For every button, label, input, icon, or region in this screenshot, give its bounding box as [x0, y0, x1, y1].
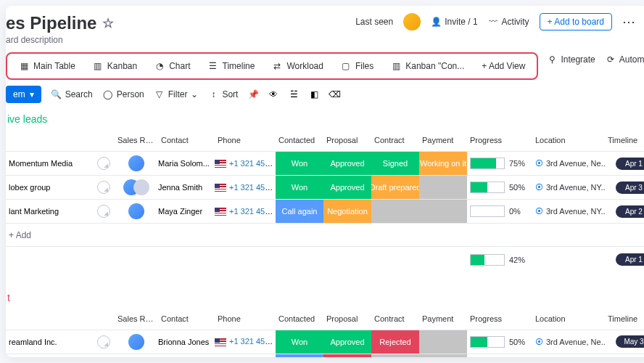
timeline-pill[interactable]: May 3 - 18	[616, 335, 644, 348]
timeline-pill[interactable]: Apr 3 - 17	[616, 182, 644, 194]
column-header[interactable]: Contact	[158, 308, 215, 330]
status-proposal[interactable]: Approved	[323, 152, 371, 175]
avatar[interactable]	[128, 155, 144, 171]
clear-icon[interactable]: ⌫	[329, 89, 339, 99]
color-icon[interactable]: ◧	[309, 89, 319, 99]
location-cell[interactable]: ⦿3rd Avenue, NY...	[532, 183, 605, 192]
table-row[interactable]: lobex group Jenna Smith +1 321 456 ... W…	[6, 176, 644, 200]
item-name[interactable]: reamland Inc.	[9, 338, 57, 346]
phone-cell[interactable]: +1 321 456 ...	[215, 354, 276, 357]
item-name[interactable]: lobex group	[9, 183, 51, 192]
column-header[interactable]: Proposal	[323, 308, 371, 330]
column-header[interactable]: Sales Rep.	[115, 308, 158, 330]
table-row[interactable]: oodbrothers Bagel Factory Ben Brickman +…	[6, 354, 644, 357]
contact-cell[interactable]: Jenna Smith	[158, 176, 215, 200]
add-row-button[interactable]: + Add	[6, 224, 644, 247]
automate-button[interactable]: ⟳Automate	[606, 54, 644, 65]
group-title[interactable]: t	[6, 289, 644, 308]
status-contract[interactable]: Draft prepared	[371, 176, 419, 199]
column-header[interactable]: Payment	[419, 129, 467, 152]
table-row[interactable]: reamland Inc. Brionna Jones +1 321 456 .…	[6, 330, 644, 354]
person-filter-button[interactable]: ◯Person	[103, 89, 144, 99]
tab-kanban[interactable]: ▥Kanban	[86, 57, 144, 76]
star-icon[interactable]: ☆	[102, 15, 114, 31]
status-contacted[interactable]: Won	[276, 330, 323, 354]
column-header[interactable]: Timeline	[605, 308, 644, 330]
pin-icon[interactable]: 📌	[248, 89, 258, 99]
column-header[interactable]: Contacted	[276, 308, 323, 330]
status-contacted[interactable]: Won	[276, 152, 323, 175]
progress-cell[interactable]: 50%	[467, 182, 532, 193]
phone-cell[interactable]: +1 321 456 ...	[215, 152, 276, 176]
chat-icon[interactable]	[97, 181, 110, 194]
status-payment[interactable]: Working on it	[419, 152, 467, 175]
progress-cell[interactable]: 0%	[467, 205, 532, 217]
status-payment[interactable]	[419, 354, 467, 358]
column-header[interactable]: Contact	[158, 129, 215, 152]
contact-cell[interactable]: Maya Zinger	[158, 200, 215, 224]
phone-cell[interactable]: +1 321 456 ...	[215, 200, 276, 224]
table-row[interactable]: lant Marketing Maya Zinger +1 321 456 ..…	[6, 200, 644, 224]
chat-icon[interactable]	[97, 335, 110, 348]
status-proposal[interactable]: Negotiation	[323, 200, 371, 223]
status-payment[interactable]	[419, 330, 467, 354]
column-header[interactable]	[6, 129, 115, 152]
phone-cell[interactable]: +1 321 456 ...	[215, 176, 276, 200]
column-header[interactable]: Timeline	[605, 129, 644, 152]
status-contract[interactable]	[371, 354, 419, 358]
phone-cell[interactable]: +1 321 456 ...	[215, 330, 276, 354]
tab-files[interactable]: ▢Files	[334, 57, 381, 76]
status-proposal[interactable]: Approved	[323, 330, 371, 354]
group-title[interactable]: ive leads	[6, 110, 644, 129]
more-menu-icon[interactable]: ⋯	[622, 14, 637, 30]
add-view-button[interactable]: + Add View	[474, 57, 532, 76]
contact-cell[interactable]: Ben Brickman	[158, 354, 215, 357]
chat-icon[interactable]	[97, 157, 110, 170]
column-header[interactable]: Contacted	[276, 129, 323, 152]
status-payment[interactable]	[419, 176, 467, 199]
add-to-board-button[interactable]: + Add to board	[540, 13, 612, 30]
status-contacted[interactable]: Call again	[276, 354, 323, 358]
column-header[interactable]: Phone	[215, 308, 276, 330]
search-button[interactable]: 🔍Search	[51, 89, 93, 99]
eye-icon[interactable]: 👁	[268, 89, 278, 99]
column-header[interactable]: Progress	[467, 308, 532, 330]
timeline-pill[interactable]: Apr 1 - 15	[616, 158, 644, 170]
avatar[interactable]	[133, 179, 149, 195]
avatar[interactable]	[128, 334, 144, 350]
tab-main-table[interactable]: ▦Main Table	[12, 57, 83, 76]
progress-cell[interactable]: 50%	[467, 336, 532, 348]
column-header[interactable]: Sales Rep.	[115, 129, 158, 152]
filter-button[interactable]: ▽Filter ⌄	[154, 89, 199, 99]
contact-cell[interactable]: Brionna Jones	[158, 330, 215, 354]
timeline-pill[interactable]: Apr 2 - 30	[616, 205, 644, 218]
item-name[interactable]: lant Marketing	[9, 207, 59, 216]
status-proposal[interactable]: Approved	[323, 176, 371, 199]
activity-button[interactable]: 〰Activity	[488, 17, 529, 27]
status-proposal[interactable]: Stuck	[323, 354, 371, 358]
status-contract[interactable]	[371, 200, 419, 223]
tab-workload[interactable]: ⇄Workload	[265, 57, 330, 76]
column-header[interactable]: Location	[532, 129, 605, 152]
location-cell[interactable]: ⦿3rd Avenue, Ne...	[532, 159, 605, 168]
item-name[interactable]: Momentum Media	[9, 159, 73, 168]
board-description[interactable]: ard description	[6, 35, 355, 45]
tab-timeline[interactable]: ☰Timeline	[201, 57, 263, 76]
height-icon[interactable]: ☱	[289, 89, 299, 99]
location-cell[interactable]: ⦿3rd Avenue, NY...	[532, 207, 605, 216]
column-header[interactable]	[6, 308, 115, 330]
status-payment[interactable]	[419, 200, 467, 223]
integrate-button[interactable]: ⚲Integrate	[547, 54, 595, 65]
column-header[interactable]: Contract	[371, 308, 419, 330]
status-contacted[interactable]: Won	[276, 176, 323, 199]
sort-button[interactable]: ↕Sort	[208, 89, 238, 99]
column-header[interactable]: Progress	[467, 129, 532, 152]
invite-button[interactable]: 👤Invite / 1	[431, 17, 477, 27]
avatar[interactable]	[128, 203, 144, 219]
column-header[interactable]: Location	[532, 308, 605, 330]
tab-chart[interactable]: ◔Chart	[147, 57, 197, 76]
status-contacted[interactable]: Call again	[276, 200, 323, 223]
tab-kanban-con[interactable]: ▥Kanban "Con...	[384, 57, 471, 76]
contact-cell[interactable]: Maria Solom...	[158, 152, 215, 176]
new-item-button[interactable]: em▾	[6, 86, 41, 103]
